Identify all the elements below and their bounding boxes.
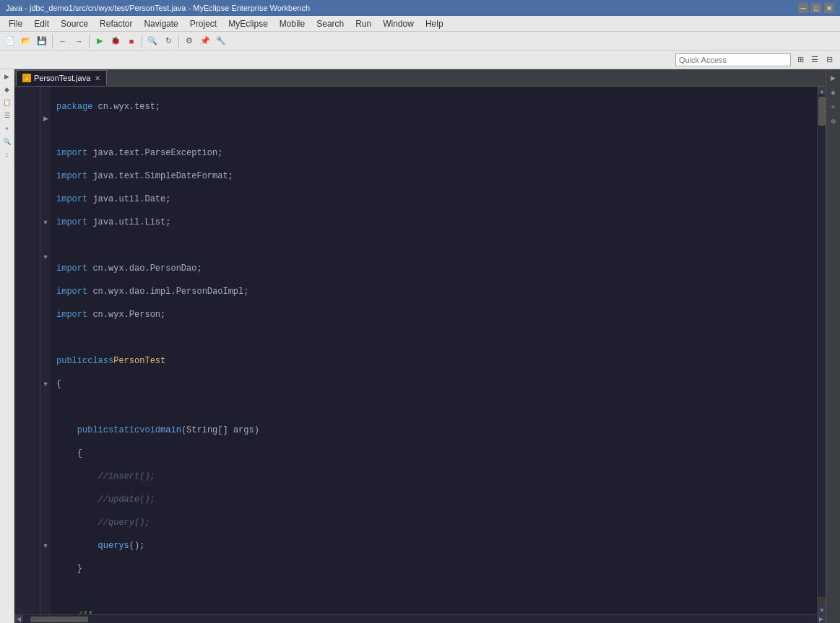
menu-window[interactable]: Window xyxy=(377,17,420,30)
quick-access-input[interactable] xyxy=(675,53,791,66)
line-num-blank-31 xyxy=(14,436,35,448)
right-sidebar-icon-4[interactable]: ⊕ xyxy=(828,116,839,127)
fold-8 xyxy=(40,170,51,182)
toolbar-open-btn[interactable]: 📂 xyxy=(19,34,33,48)
fold-14 xyxy=(40,240,51,251)
fold-40[interactable]: ▼ xyxy=(40,540,51,552)
qa-icon-1[interactable]: ⊞ xyxy=(794,53,807,66)
tab-java-icon: J xyxy=(22,74,31,82)
sidebar-icon-1[interactable]: ▶ xyxy=(1,71,13,82)
line-num-blank-20 xyxy=(14,309,35,321)
scroll-right-arrow[interactable]: ▶ xyxy=(817,615,826,624)
toolbar-save-btn[interactable]: 💾 xyxy=(35,34,49,48)
sidebar-icon-5[interactable]: ⌖ xyxy=(1,123,13,134)
editor-tab-persontest[interactable]: J PersonTest.java ✕ xyxy=(16,70,107,86)
sidebar-icon-4[interactable]: ☰ xyxy=(1,110,13,121)
scrollbar-thumb[interactable] xyxy=(818,97,826,126)
fold-12[interactable]: ▼ xyxy=(40,217,51,228)
code-line-22 xyxy=(51,586,817,598)
menu-myeclipse[interactable]: MyEclipse xyxy=(222,17,274,30)
fold-4 xyxy=(40,124,51,136)
code-line-8: import cn.wyx.dao.PersonDao; xyxy=(51,263,817,274)
line-num-blank-24 xyxy=(14,355,35,367)
fold-6 xyxy=(40,147,51,159)
fold-27 xyxy=(40,390,51,401)
menu-project[interactable]: Project xyxy=(184,17,222,30)
sidebar-icon-6[interactable]: 🔍 xyxy=(1,136,13,147)
line-num-blank-14 xyxy=(14,240,35,251)
fold-15[interactable]: ▼ xyxy=(40,251,51,263)
toolbar-run-btn[interactable]: ▶ xyxy=(92,34,107,48)
line-num-blank-17 xyxy=(14,274,35,286)
line-num-blank-36 xyxy=(14,494,35,505)
toolbar-stop-btn[interactable]: ■ xyxy=(124,34,139,48)
qa-icon-3[interactable]: ⊟ xyxy=(823,53,836,66)
toolbar-extra2[interactable]: 📌 xyxy=(198,34,212,48)
menu-help[interactable]: Help xyxy=(420,17,449,30)
h-scroll-track xyxy=(23,616,817,623)
quick-access-bar: ⊞ ☰ ⊟ xyxy=(0,51,840,69)
toolbar-sep-2 xyxy=(89,35,90,48)
fold-26[interactable]: ▼ xyxy=(40,378,51,390)
code-editor[interactable]: ▶ ▼ ▼ xyxy=(14,87,826,614)
line-num-blank-34 xyxy=(14,471,35,482)
toolbar-back-btn[interactable]: ← xyxy=(56,34,70,48)
menu-refactor[interactable]: Refactor xyxy=(94,17,138,30)
line-num-blank-22 xyxy=(14,332,35,344)
line-num-blank-15 xyxy=(14,251,35,263)
toolbar-debug-btn[interactable]: 🐞 xyxy=(108,34,123,48)
menu-search[interactable]: Search xyxy=(311,17,350,30)
scroll-left-arrow[interactable]: ◀ xyxy=(14,615,23,624)
fold-35 xyxy=(40,482,51,494)
menu-source[interactable]: Source xyxy=(55,17,94,30)
h-scroll-thumb[interactable] xyxy=(30,617,88,622)
code-line-4: import java.text.SimpleDateFormat; xyxy=(51,170,817,182)
fold-19 xyxy=(40,297,51,309)
line-num-blank-11 xyxy=(14,205,35,217)
sidebar-icon-7[interactable]: ↕ xyxy=(1,149,13,160)
toolbar-extra3[interactable]: 🔧 xyxy=(214,34,228,48)
title-text: Java - jdbc_demo1/src/cn/wyx/test/Person… xyxy=(6,4,310,12)
scroll-down-arrow[interactable]: ▼ xyxy=(818,606,826,614)
menu-run[interactable]: Run xyxy=(350,17,377,30)
menu-navigate[interactable]: Navigate xyxy=(138,17,183,30)
menu-edit[interactable]: Edit xyxy=(28,17,55,30)
code-line-11 xyxy=(51,332,817,344)
menu-file[interactable]: File xyxy=(3,17,28,30)
sidebar-icon-3[interactable]: 📋 xyxy=(1,97,13,108)
maximize-button[interactable]: □ xyxy=(811,3,821,13)
code-line-2 xyxy=(51,124,817,136)
fold-3[interactable]: ▶ xyxy=(40,113,51,124)
toolbar-fwd-btn[interactable]: → xyxy=(72,34,86,48)
right-sidebar-icon-3[interactable]: ≡ xyxy=(828,101,839,113)
toolbar-search-btn[interactable]: 🔍 xyxy=(145,34,160,48)
qa-icon-2[interactable]: ☰ xyxy=(808,53,821,66)
scroll-up-arrow[interactable]: ▲ xyxy=(818,87,826,95)
line-num-blank-38 xyxy=(14,517,35,528)
code-line-18: //update(); xyxy=(51,494,817,505)
code-content[interactable]: package cn.wyx.test; import java.text.Pa… xyxy=(51,87,817,614)
right-sidebar-icon-2[interactable]: ◈ xyxy=(828,87,839,98)
tab-close-btn[interactable]: ✕ xyxy=(95,74,100,82)
line-num-blank-1 xyxy=(14,90,35,101)
minimize-button[interactable]: ─ xyxy=(798,3,808,13)
toolbar-extra1[interactable]: ⚙ xyxy=(182,34,196,48)
title-bar: Java - jdbc_demo1/src/cn/wyx/test/Person… xyxy=(0,0,840,16)
fold-25 xyxy=(40,367,51,378)
right-scrollbar[interactable]: ▲ ▼ xyxy=(817,87,826,614)
fold-30 xyxy=(40,424,51,436)
code-line-15: public static void main(String[] args) xyxy=(51,424,817,436)
menu-mobile[interactable]: Mobile xyxy=(274,17,311,30)
toolbar-ref-btn[interactable]: ↻ xyxy=(161,34,176,48)
right-sidebar-icon-1[interactable]: ▶ xyxy=(828,72,839,84)
fold-5 xyxy=(40,136,51,147)
bottom-scrollbar[interactable]: ◀ ▶ xyxy=(14,614,826,623)
close-button[interactable]: ✕ xyxy=(824,3,834,13)
fold-31 xyxy=(40,436,51,448)
fold-7 xyxy=(40,159,51,170)
code-line-12: public class PersonTest xyxy=(51,355,817,367)
toolbar-new-btn[interactable]: 📄 xyxy=(3,34,17,48)
sidebar-icon-2[interactable]: ◆ xyxy=(1,84,13,95)
fold-16 xyxy=(40,263,51,274)
title-bar-controls: ─ □ ✕ xyxy=(798,3,834,13)
